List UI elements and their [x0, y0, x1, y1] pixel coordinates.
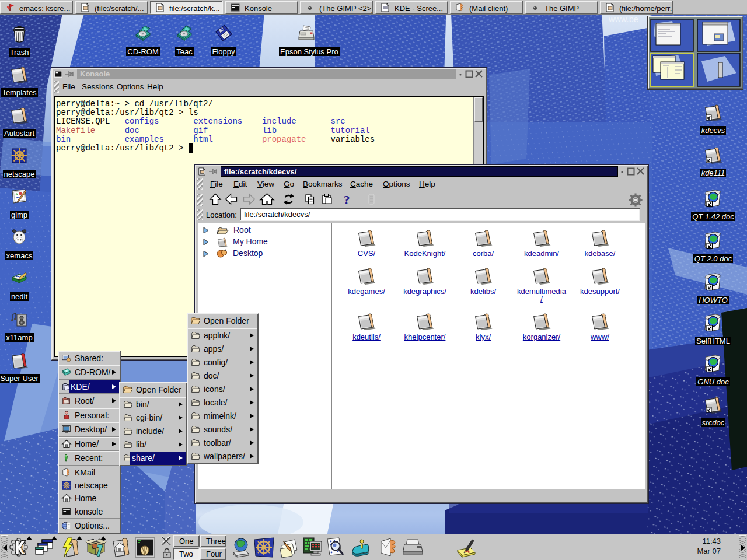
svg-text:www.be: www.be: [608, 15, 638, 24]
svg-text:?: ?: [344, 192, 350, 206]
